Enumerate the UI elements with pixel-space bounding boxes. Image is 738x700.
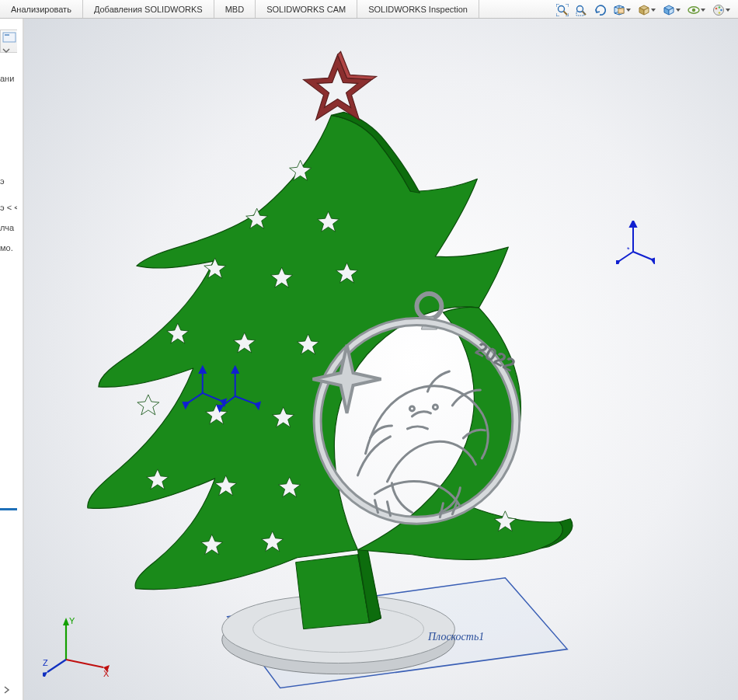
panel-text-fragment-5: мо.	[0, 239, 17, 256]
panel-tab-stub[interactable]	[0, 30, 17, 53]
svg-line-1	[563, 11, 567, 15]
tree-top-star	[304, 51, 377, 120]
panel-text-fragment-2: э	[0, 172, 17, 190]
svg-line-30	[633, 252, 652, 259]
svg-point-9	[715, 8, 717, 10]
svg-line-35	[66, 660, 103, 667]
display-style-icon[interactable]	[660, 2, 682, 18]
previous-view-icon[interactable]	[592, 2, 607, 18]
svg-rect-14	[5, 34, 9, 36]
model-rendering: 2022	[24, 19, 738, 700]
svg-text:Y: Y	[69, 616, 75, 625]
svg-point-10	[718, 6, 720, 9]
zoom-to-area-icon[interactable]	[573, 2, 589, 18]
svg-point-0	[559, 6, 565, 12]
panel-text-fragment-3: э < <	[0, 199, 17, 216]
panel-scroll-marker	[0, 508, 17, 510]
svg-text:*: *	[627, 246, 630, 253]
hide-show-items-icon[interactable]	[685, 2, 707, 18]
tab-solidworks-cam[interactable]: SOLIDWORKS CAM	[256, 0, 357, 18]
reference-plane-label[interactable]: Плоскость1	[428, 631, 484, 643]
svg-text:Z: Z	[43, 658, 48, 667]
panel-expand-icon[interactable]	[3, 686, 11, 695]
svg-rect-5	[618, 9, 624, 13]
scene-triad-icon: *	[616, 221, 655, 264]
orientation-triad[interactable]: Y X Z	[43, 616, 110, 677]
svg-rect-13	[3, 33, 16, 42]
left-panel-gutter: ани э э < < лча мо.	[0, 19, 23, 700]
panel-text-fragment-1: ани	[0, 70, 17, 87]
svg-point-12	[718, 12, 720, 14]
svg-point-11	[720, 9, 722, 12]
svg-point-2	[577, 6, 583, 12]
section-view-icon[interactable]	[611, 2, 632, 18]
tab-solidworks-addins[interactable]: Добавления SOLIDWORKS	[83, 0, 214, 18]
tab-analyze[interactable]: Анализировать	[0, 0, 83, 18]
zoom-to-fit-icon[interactable]	[555, 2, 570, 18]
graphics-viewport[interactable]: 2022	[23, 19, 738, 700]
tab-solidworks-inspection[interactable]: SOLIDWORKS Inspection	[357, 0, 479, 18]
svg-text:X: X	[103, 669, 110, 677]
tab-mbd[interactable]: MBD	[214, 0, 256, 18]
view-heads-up-toolbar	[555, 2, 732, 19]
svg-point-22	[433, 405, 437, 409]
edit-appearance-icon[interactable]	[710, 2, 732, 18]
panel-text-fragment-4: лча	[0, 219, 17, 236]
view-orientation-icon[interactable]	[635, 2, 657, 18]
svg-point-7	[691, 9, 694, 12]
svg-line-37	[47, 660, 66, 672]
svg-line-31	[619, 252, 633, 261]
svg-point-21	[409, 406, 414, 411]
